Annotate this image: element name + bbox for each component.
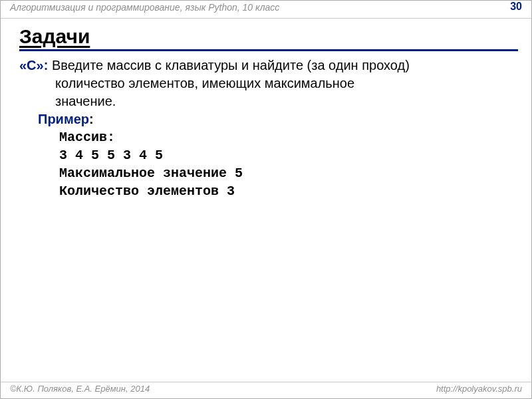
top-bar: Алгоритмизация и программирование, язык …: [1, 1, 531, 19]
footer-copyright-icon: ©: [10, 384, 17, 394]
example-line-2: 3 4 5 5 3 4 5: [59, 146, 518, 164]
example-line-3: Максимальное значение 5: [59, 164, 518, 182]
course-title: Алгоритмизация и программирование, язык …: [10, 2, 279, 13]
example-heading: Пример:: [19, 110, 518, 128]
task-label: «C»:: [19, 58, 48, 72]
task-line-1: «C»: Введите массив с клавиатуры и найди…: [19, 57, 518, 74]
example-line-4: Количество элементов 3: [59, 182, 518, 200]
slide-title: Задачи: [19, 25, 518, 51]
example-label: Пример: [38, 112, 89, 126]
task-text-3: значение.: [55, 92, 518, 110]
slide-body: «C»: Введите массив с клавиатуры и найди…: [19, 57, 518, 200]
footer-authors: К.Ю. Поляков, Е.А. Ерёмин, 2014: [17, 384, 150, 394]
slide: Алгоритмизация и программирование, язык …: [0, 0, 532, 399]
task-text-1: Введите массив с клавиатуры и найдите (з…: [48, 58, 410, 72]
footer: ©К.Ю. Поляков, Е.А. Ерёмин, 2014 http://…: [1, 382, 531, 398]
footer-url: http://kpolyakov.spb.ru: [436, 384, 522, 394]
example-line-1: Массив:: [59, 128, 518, 146]
page-number: 30: [510, 1, 522, 13]
example-colon: :: [89, 112, 94, 126]
task-text-2: количество элементов, имеющих максимальн…: [55, 74, 518, 92]
